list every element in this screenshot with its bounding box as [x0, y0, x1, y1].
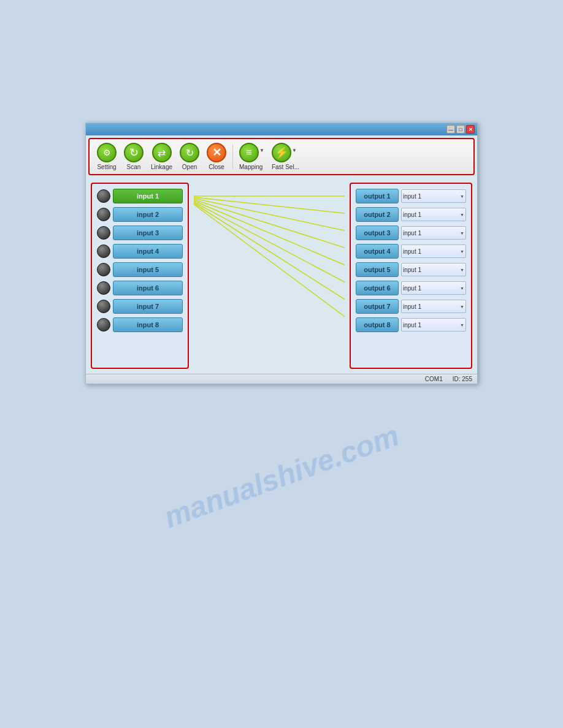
ball-icon-input-3 [97, 226, 110, 240]
output-select-6[interactable]: input 1input 2input 3input 4input 5input… [401, 281, 466, 295]
output-row-6: output 6input 1input 2input 3input 4inpu… [356, 281, 466, 295]
input-row-4: input 4 [97, 244, 183, 259]
svg-line-6 [194, 196, 345, 306]
ball-icon-input-7 [97, 300, 110, 313]
output-row-7: output 7input 1input 2input 3input 4inpu… [356, 299, 466, 314]
output-select-2[interactable]: input 1input 2input 3input 4input 5input… [401, 208, 466, 221]
maximize-button[interactable]: □ [456, 125, 465, 134]
input-row-6: input 6 [97, 281, 183, 295]
output-button-2[interactable]: output 2 [356, 207, 399, 222]
input-button-5[interactable]: input 5 [113, 262, 183, 277]
toolbar-item-open[interactable]: ↻ Open [177, 142, 202, 172]
input-row-8: input 8 [97, 317, 183, 332]
input-row-1: input 1 [97, 189, 183, 203]
output-row-3: output 3input 1input 2input 3input 4inpu… [356, 226, 466, 240]
output-button-3[interactable]: output 3 [356, 226, 399, 240]
fastsel-icon: ⚡ [272, 143, 291, 162]
input-row-2: input 2 [97, 207, 183, 222]
scan-icon: ↻ [124, 143, 144, 162]
connection-lines [194, 183, 345, 369]
linkage-icon: ⇄ [152, 143, 172, 162]
toolbar-item-scan[interactable]: ↻ Scan [121, 142, 146, 172]
input-panel: input 1input 2input 3input 4input 5input… [91, 183, 189, 369]
input-row-7: input 7 [97, 299, 183, 314]
com-status: COM1 [425, 376, 443, 382]
output-row-1: output 1input 1input 2input 3input 4inpu… [356, 189, 466, 203]
toolbar-label-mapping: Mapping [239, 164, 262, 170]
output-button-4[interactable]: output 4 [356, 244, 399, 259]
open-icon: ↻ [180, 143, 199, 162]
toolbar: ⚙ Setting ↻ Scan ⇄ Linkage ↻ Open ✕ Clos… [88, 138, 475, 175]
input-button-8[interactable]: input 8 [113, 317, 183, 332]
output-select-1[interactable]: input 1input 2input 3input 4input 5input… [401, 189, 466, 203]
mapping-arrow: ▼ [259, 148, 264, 153]
output-button-5[interactable]: output 5 [356, 262, 399, 277]
svg-line-3 [194, 196, 345, 251]
output-row-2: output 2input 1input 2input 3input 4inpu… [356, 207, 466, 222]
toolbar-label-setting: Setting [97, 164, 116, 170]
ball-icon-input-4 [97, 245, 110, 258]
output-button-1[interactable]: output 1 [356, 189, 399, 203]
output-select-8[interactable]: input 1input 2input 3input 4input 5input… [401, 318, 466, 332]
toolbar-item-fastsel[interactable]: ⚡ ▼ Fast Sel... [269, 142, 302, 172]
id-status: ID: 255 [453, 376, 472, 382]
input-row-3: input 3 [97, 226, 183, 240]
ball-icon-input-5 [97, 263, 110, 276]
output-row-4: output 4input 1input 2input 3input 4inpu… [356, 244, 466, 259]
output-select-3[interactable]: input 1input 2input 3input 4input 5input… [401, 226, 466, 240]
svg-line-7 [194, 196, 345, 325]
output-panel: output 1input 1input 2input 3input 4inpu… [350, 183, 472, 369]
close-icon: ✕ [207, 143, 226, 162]
toolbar-item-linkage[interactable]: ⇄ Linkage [148, 142, 175, 172]
status-bar: COM1 ID: 255 [86, 374, 477, 384]
fastsel-arrow: ▼ [292, 148, 297, 153]
watermark: manualshive.com [159, 419, 403, 534]
output-select-4[interactable]: input 1input 2input 3input 4input 5input… [401, 245, 466, 258]
setting-icon: ⚙ [97, 143, 117, 162]
toolbar-item-mapping[interactable]: ≡ ▼ Mapping [237, 142, 267, 172]
output-select-5[interactable]: input 1input 2input 3input 4input 5input… [401, 263, 466, 276]
output-button-8[interactable]: output 8 [356, 317, 399, 332]
input-button-1[interactable]: input 1 [113, 189, 183, 203]
input-button-7[interactable]: input 7 [113, 299, 183, 314]
mapping-icon: ≡ [239, 143, 259, 162]
minimize-button[interactable]: — [446, 125, 455, 134]
toolbar-label-close: Close [209, 164, 224, 170]
svg-line-5 [194, 196, 345, 288]
toolbar-label-open: Open [182, 164, 197, 170]
toolbar-item-setting[interactable]: ⚙ Setting [94, 142, 119, 172]
input-button-4[interactable]: input 4 [113, 244, 183, 259]
ball-icon-input-2 [97, 208, 110, 221]
ball-icon-input-6 [97, 281, 110, 295]
title-bar: — □ ✕ [86, 123, 477, 135]
toolbar-separator-1 [232, 145, 233, 169]
ball-icon-input-8 [97, 318, 110, 332]
toolbar-label-fastsel: Fast Sel... [272, 164, 299, 170]
canvas-area [194, 183, 345, 369]
output-select-7[interactable]: input 1input 2input 3input 4input 5input… [401, 300, 466, 313]
close-window-button[interactable]: ✕ [466, 125, 475, 134]
input-row-5: input 5 [97, 262, 183, 277]
output-button-6[interactable]: output 6 [356, 281, 399, 295]
main-content: input 1input 2input 3input 4input 5input… [86, 178, 477, 374]
output-row-8: output 8input 1input 2input 3input 4inpu… [356, 317, 466, 332]
output-button-7[interactable]: output 7 [356, 299, 399, 314]
input-button-2[interactable]: input 2 [113, 207, 183, 222]
ball-icon-input-1 [97, 189, 110, 203]
toolbar-item-close[interactable]: ✕ Close [204, 142, 229, 172]
input-button-3[interactable]: input 3 [113, 226, 183, 240]
output-row-5: output 5input 1input 2input 3input 4inpu… [356, 262, 466, 277]
toolbar-label-scan: Scan [127, 164, 141, 170]
toolbar-label-linkage: Linkage [151, 164, 172, 170]
input-button-6[interactable]: input 6 [113, 281, 183, 295]
svg-line-1 [194, 196, 345, 214]
main-window: — □ ✕ ⚙ Setting ↻ Scan ⇄ Linkage ↻ Open [85, 123, 478, 384]
title-bar-buttons: — □ ✕ [446, 125, 475, 134]
